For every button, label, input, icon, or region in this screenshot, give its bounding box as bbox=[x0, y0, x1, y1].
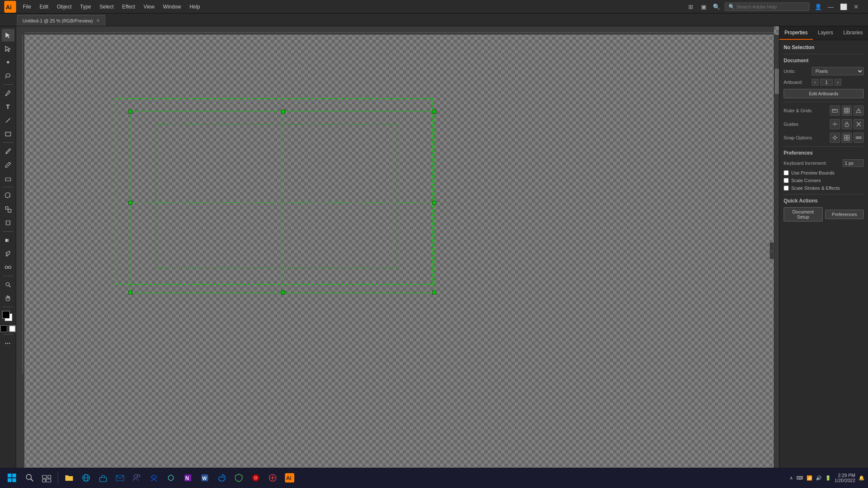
guide-add-btn[interactable] bbox=[830, 119, 840, 129]
taskbar-explorer-btn[interactable] bbox=[61, 470, 77, 485]
user-icon[interactable]: 👤 bbox=[813, 2, 823, 12]
search-icon[interactable]: 🔍 bbox=[711, 2, 721, 12]
taskbar-word-btn[interactable]: W bbox=[197, 470, 212, 485]
canvas-area[interactable]: › bbox=[16, 26, 779, 475]
taskbar-edge-btn[interactable] bbox=[214, 470, 229, 485]
tab-close-btn[interactable]: ✕ bbox=[96, 18, 100, 23]
handle-bl[interactable] bbox=[128, 291, 132, 294]
tool-pen[interactable] bbox=[2, 87, 14, 100]
menu-file[interactable]: File bbox=[19, 0, 35, 14]
handle-tr[interactable] bbox=[433, 110, 436, 114]
taskbar-browser-btn[interactable] bbox=[78, 470, 94, 485]
menu-object[interactable]: Object bbox=[53, 0, 76, 14]
taskbar-mail-btn[interactable] bbox=[112, 470, 128, 485]
scale-strokes-checkbox[interactable] bbox=[784, 186, 789, 191]
tool-type[interactable]: T bbox=[2, 100, 14, 113]
tool-magic-wand[interactable]: ✦ bbox=[2, 56, 14, 69]
taskbar-app2-btn[interactable] bbox=[265, 470, 280, 485]
scale-corners-checkbox[interactable] bbox=[784, 178, 789, 183]
handle-ml[interactable] bbox=[128, 201, 132, 205]
artboard-next-btn[interactable]: › bbox=[835, 79, 841, 86]
units-select[interactable]: Pixels Inches Centimeters Millimeters Po… bbox=[812, 67, 864, 75]
tool-blend[interactable] bbox=[2, 261, 14, 274]
stroke-indicator[interactable] bbox=[9, 325, 16, 332]
taskbar-search-btn[interactable] bbox=[22, 470, 37, 485]
tray-up-arrow[interactable]: ∧ bbox=[790, 475, 793, 481]
handle-mr[interactable] bbox=[433, 201, 436, 205]
grid-btn[interactable] bbox=[842, 105, 852, 116]
handle-br[interactable] bbox=[433, 291, 436, 294]
menu-select[interactable]: Select bbox=[95, 0, 118, 14]
taskbar-ai-btn[interactable]: Ai bbox=[282, 470, 297, 485]
tool-rectangle[interactable] bbox=[2, 128, 14, 140]
tool-direct-selection[interactable] bbox=[2, 42, 14, 55]
menu-edit[interactable]: Edit bbox=[35, 0, 53, 14]
perspective-grid-btn[interactable] bbox=[854, 105, 864, 116]
taskbar-dropbox-btn[interactable] bbox=[146, 470, 162, 485]
taskbar-extra-btn[interactable] bbox=[163, 470, 179, 485]
panel-collapse-btn[interactable]: › bbox=[770, 242, 774, 259]
menu-window[interactable]: Window bbox=[159, 0, 185, 14]
notification-icon[interactable]: 🔔 bbox=[859, 475, 865, 481]
handle-tl[interactable] bbox=[128, 110, 132, 114]
snap-point-btn[interactable] bbox=[830, 133, 840, 143]
artboard-prev-btn[interactable]: ‹ bbox=[812, 79, 818, 86]
close-icon[interactable]: ✕ bbox=[851, 2, 861, 12]
guide-lock-btn[interactable] bbox=[842, 119, 852, 129]
tool-rotate[interactable] bbox=[2, 189, 14, 202]
tool-eraser[interactable] bbox=[2, 172, 14, 185]
fill-indicator[interactable] bbox=[0, 325, 7, 332]
artboard-num-input[interactable] bbox=[820, 79, 833, 86]
use-preview-bounds-checkbox[interactable] bbox=[784, 170, 789, 175]
vertical-scrollbar[interactable] bbox=[774, 35, 779, 470]
search-box[interactable]: 🔍 bbox=[725, 3, 809, 11]
menu-view[interactable]: View bbox=[140, 0, 159, 14]
document-setup-btn[interactable]: Document Setup bbox=[784, 207, 823, 222]
taskbar-onenote-btn[interactable]: N bbox=[180, 470, 195, 485]
maximize-icon[interactable]: ⬜ bbox=[838, 2, 848, 12]
tool-paintbrush[interactable] bbox=[2, 145, 14, 158]
tool-selection[interactable] bbox=[2, 29, 14, 42]
foreground-color-chip[interactable] bbox=[2, 311, 10, 319]
preferences-action-btn[interactable]: Preferences bbox=[825, 210, 864, 219]
wifi-icon[interactable]: 📶 bbox=[807, 475, 812, 481]
menu-type[interactable]: Type bbox=[76, 0, 95, 14]
tool-hand[interactable] bbox=[2, 292, 14, 305]
handle-tc[interactable] bbox=[281, 110, 285, 114]
document-tab[interactable]: Untitled-1 @ 25 % (RGB/Preview) ✕ bbox=[17, 15, 105, 26]
arrange-icon[interactable]: ▣ bbox=[698, 2, 709, 12]
edit-artboards-btn[interactable]: Edit Artboards bbox=[784, 89, 864, 98]
tool-lasso[interactable] bbox=[2, 69, 14, 82]
start-button[interactable] bbox=[3, 469, 20, 486]
volume-icon[interactable]: 🔊 bbox=[816, 475, 822, 481]
vscroll-thumb[interactable] bbox=[775, 69, 779, 94]
tool-more[interactable]: ••• bbox=[2, 337, 14, 349]
ruler-btn[interactable] bbox=[830, 105, 840, 116]
tool-scale[interactable] bbox=[2, 203, 14, 216]
menu-help[interactable]: Help bbox=[185, 0, 204, 14]
workspace-icon[interactable]: ⊞ bbox=[686, 2, 696, 12]
tool-pencil[interactable] bbox=[2, 158, 14, 171]
menu-effect[interactable]: Effect bbox=[118, 0, 139, 14]
tool-gradient[interactable] bbox=[2, 234, 14, 247]
artboard[interactable] bbox=[130, 111, 435, 293]
tab-properties[interactable]: Properties bbox=[779, 26, 813, 40]
guide-clear-btn[interactable] bbox=[854, 119, 864, 129]
tool-eyedropper[interactable] bbox=[2, 247, 14, 260]
search-input[interactable] bbox=[737, 4, 804, 9]
taskbar-media-btn[interactable] bbox=[248, 470, 263, 485]
keyboard-increment-input[interactable] bbox=[843, 159, 864, 167]
tool-zoom[interactable] bbox=[2, 278, 14, 291]
taskbar-teams-btn[interactable] bbox=[129, 470, 145, 485]
handle-bc[interactable] bbox=[281, 291, 285, 294]
snap-pixel-btn[interactable] bbox=[854, 133, 864, 143]
taskbar-security-btn[interactable] bbox=[231, 470, 246, 485]
tool-warp[interactable] bbox=[2, 216, 14, 229]
taskbar-taskview-btn[interactable] bbox=[39, 470, 54, 485]
clock[interactable]: 2:29 PM 1/20/2022 bbox=[835, 473, 855, 483]
tab-layers[interactable]: Layers bbox=[813, 26, 838, 40]
snap-grid-btn[interactable] bbox=[842, 133, 852, 143]
tab-libraries[interactable]: Libraries bbox=[838, 26, 868, 40]
tool-line[interactable] bbox=[2, 114, 14, 127]
taskbar-store-btn[interactable] bbox=[95, 470, 111, 485]
